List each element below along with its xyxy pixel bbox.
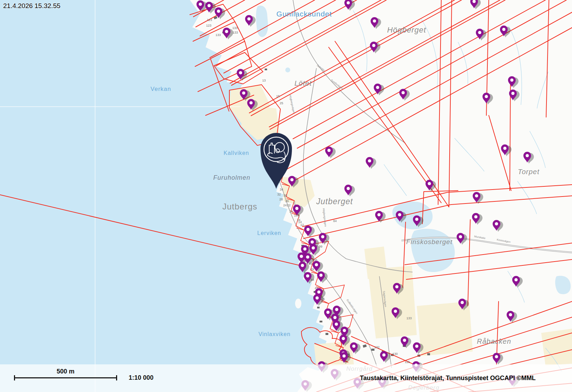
scale-bar-tick-right [116,375,117,380]
parcel-number: 20 [289,210,293,213]
parcel-number: 13 [262,79,266,82]
map-canvas[interactable]: 1191231231331331331315253432302826242220… [0,0,572,392]
parcel-number: 115 [405,360,410,364]
parcel-number: 25 [280,101,283,105]
parcel-number: 84 [333,219,337,223]
parcel-number: 132 [374,345,379,349]
parcel-number: 123 [207,18,212,22]
parcel-number: 22 [287,204,291,207]
parcel-number: 34 [280,188,283,191]
place-label: Torpet [518,168,539,176]
parcel-number: 133 [215,33,221,37]
place-label: Lerviken [257,230,281,236]
place-label: Högberget [387,26,426,34]
parcel-number: 133 [233,31,238,34]
place-label: Verkan [151,86,171,92]
place-label: Jutberget [316,197,353,206]
parcel-number: 24 [283,204,287,207]
parcel-number: 30 [284,194,287,197]
scale-bar-tick-left [14,375,15,380]
timestamp: 21.4.2026 15.32.55 [3,2,60,10]
parcel-number: 26 [285,199,289,203]
parcel-number: 15 [276,94,280,98]
parcel-number: 133 [232,26,237,30]
place-label: Finskosberget [406,238,452,245]
map-viewport[interactable]: 1191231231331331331315253432302826242220… [0,0,572,392]
scale-bar-label: 500 m [14,368,117,375]
place-label: Vinlaxviken [258,331,291,337]
parcel-number: 12 [300,223,304,227]
parcel-number: 32 [277,193,281,196]
place-label: Jutbergs [222,202,257,211]
scale-ratio: 1:10 000 [129,374,153,382]
scale-bar [14,377,117,378]
place-label: Kallviken [223,150,249,156]
parcel-number: 123 [206,24,211,27]
parcel-number: 49 [310,268,314,271]
parcel-number: 133 [406,316,412,320]
parcel-number: 28 [279,198,283,201]
place-label: Lötet [294,79,312,87]
place-label: Furuholmen [213,174,250,181]
place-label: Råbacken [477,337,511,345]
place-label: Gunilacksundet [277,10,332,18]
map-attribution: Taustakartta, Kiinteistörajat, Tunnuspis… [360,375,536,382]
parcel-number: 130 [392,352,398,356]
